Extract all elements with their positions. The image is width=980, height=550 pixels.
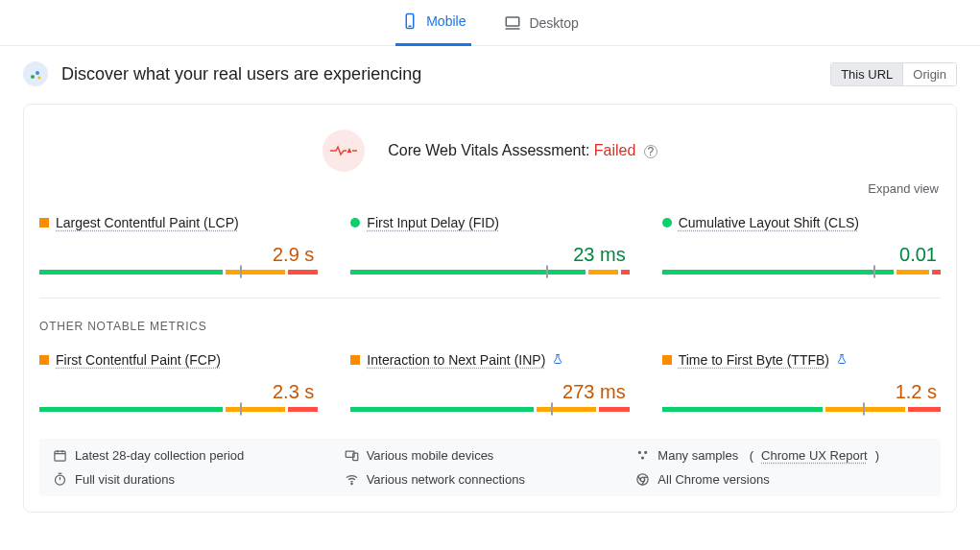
circle-green-icon: [662, 218, 672, 227]
svg-point-16: [644, 451, 647, 454]
footer-devices-text: Various mobile devices: [367, 448, 494, 463]
tab-mobile[interactable]: Mobile: [395, 0, 471, 46]
metric-ttfb-name[interactable]: Time to First Byte (TTFB): [679, 352, 829, 368]
svg-point-17: [641, 456, 644, 459]
mobile-icon: [401, 12, 418, 30]
device-tabs: Mobile Desktop: [0, 0, 980, 46]
metric-lcp-bar: [39, 270, 318, 275]
metric-cls-value: 0.01: [662, 230, 941, 270]
metric-fid: First Input Delay (FID) 23 ms: [350, 215, 629, 275]
footer-duration: Full visit durations: [53, 472, 345, 487]
flask-icon: [836, 352, 848, 368]
metric-ttfb-value: 1.2 s: [662, 368, 941, 407]
other-metrics-title: OTHER NOTABLE METRICS: [24, 299, 956, 333]
square-orange-icon: [39, 218, 49, 227]
metric-cls: Cumulative Layout Shift (CLS) 0.01: [662, 215, 941, 275]
assessment-row: Core Web Vitals Assessment: Failed ?: [24, 105, 956, 176]
field-data-card: Core Web Vitals Assessment: Failed ? Exp…: [23, 104, 957, 513]
metric-cls-bar: [662, 270, 941, 275]
metric-fcp: First Contentful Paint (FCP) 2.3 s: [39, 352, 318, 412]
metric-lcp: Largest Contentful Paint (LCP) 2.9 s: [39, 215, 318, 275]
metric-cls-name[interactable]: Cumulative Layout Shift (CLS): [679, 215, 859, 230]
metric-fid-bar: [350, 270, 629, 275]
core-metrics: Largest Contentful Paint (LCP) 2.9 s Fir…: [24, 196, 956, 298]
metric-inp-name[interactable]: Interaction to Next Paint (INP): [367, 352, 545, 368]
metric-lcp-value: 2.9 s: [39, 230, 318, 270]
metric-fid-name[interactable]: First Input Delay (FID): [367, 215, 499, 230]
metric-fid-value: 23 ms: [350, 230, 629, 270]
circle-green-icon: [350, 218, 360, 227]
flask-icon: [552, 352, 563, 368]
metric-inp-bar: [350, 407, 629, 412]
footer-devices: Various mobile devices: [345, 448, 636, 463]
devices-icon: [345, 448, 359, 463]
tab-mobile-label: Mobile: [426, 13, 466, 29]
footer-chrome: All Chrome versions: [635, 472, 927, 487]
svg-point-4: [31, 75, 35, 79]
square-orange-icon: [350, 355, 360, 365]
footer-network-text: Various network connections: [367, 472, 525, 487]
wifi-icon: [345, 472, 359, 487]
scope-toggle: This URL Origin: [830, 62, 957, 86]
help-icon[interactable]: ?: [644, 145, 657, 158]
metric-ttfb-bar: [662, 407, 941, 412]
footer-period: Latest 28-day collection period: [53, 448, 345, 463]
metric-lcp-name[interactable]: Largest Contentful Paint (LCP): [56, 215, 239, 230]
svg-point-15: [638, 451, 641, 454]
footer-chrome-text: All Chrome versions: [657, 472, 769, 487]
footer-samples: Many samples (Chrome UX Report): [635, 448, 927, 463]
metric-fcp-value: 2.3 s: [39, 368, 318, 407]
crux-report-link[interactable]: Chrome UX Report: [761, 448, 868, 463]
footer-duration-text: Full visit durations: [75, 472, 175, 487]
svg-point-21: [351, 483, 352, 484]
svg-rect-2: [507, 17, 520, 26]
metric-ttfb: Time to First Byte (TTFB) 1.2 s: [662, 352, 941, 412]
calendar-icon: [53, 448, 67, 463]
metric-inp: Interaction to Next Paint (INP) 273 ms: [350, 352, 629, 412]
tab-desktop[interactable]: Desktop: [498, 0, 584, 46]
timer-icon: [53, 472, 67, 487]
metric-fcp-bar: [39, 407, 318, 412]
other-metrics: First Contentful Paint (FCP) 2.3 s Inter…: [24, 333, 956, 435]
svg-point-5: [36, 71, 39, 75]
metric-inp-value: 273 ms: [350, 368, 629, 407]
header: Discover what your real users are experi…: [0, 46, 980, 96]
footer-network: Various network connections: [345, 472, 636, 487]
square-orange-icon: [662, 355, 672, 365]
chrome-icon: [635, 472, 650, 487]
svg-point-6: [38, 77, 41, 80]
page-title: Discover what your real users are experi…: [61, 64, 421, 84]
crux-icon: [23, 61, 48, 86]
square-orange-icon: [39, 355, 49, 365]
assessment-status: Failed: [594, 142, 636, 158]
svg-rect-9: [55, 451, 65, 461]
pulse-icon: [323, 130, 365, 172]
expand-view-link[interactable]: Expand view: [24, 176, 956, 196]
assessment-text: Core Web Vitals Assessment: Failed ?: [388, 142, 657, 159]
desktop-icon: [504, 14, 521, 32]
samples-icon: [635, 448, 650, 463]
scope-url-button[interactable]: This URL: [831, 63, 902, 85]
metric-fcp-name[interactable]: First Contentful Paint (FCP): [56, 352, 221, 368]
tab-desktop-label: Desktop: [529, 15, 578, 31]
footer-samples-text: Many samples: [657, 448, 738, 463]
assessment-label: Core Web Vitals Assessment:: [388, 142, 594, 158]
svg-marker-7: [347, 148, 352, 153]
footer-info: Latest 28-day collection period Various …: [39, 439, 941, 496]
footer-period-text: Latest 28-day collection period: [75, 448, 244, 463]
scope-origin-button[interactable]: Origin: [902, 63, 956, 85]
